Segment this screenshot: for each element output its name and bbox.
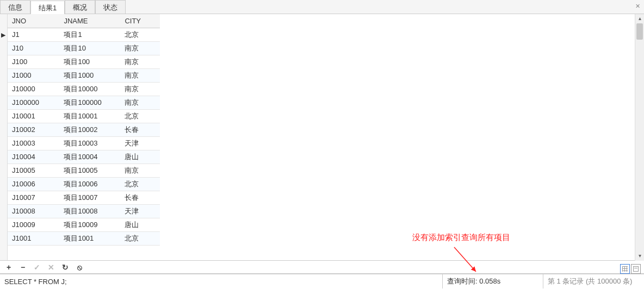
- tab-status[interactable]: 状态: [95, 0, 126, 14]
- tab-info[interactable]: 信息: [0, 0, 30, 14]
- cancel-button: ✕: [47, 263, 55, 272]
- cell-jno[interactable]: J1001: [8, 231, 59, 245]
- cell-jname[interactable]: 项目10008: [59, 204, 120, 218]
- scroll-down-icon[interactable]: ▾: [635, 252, 644, 261]
- cell-city[interactable]: 南京: [120, 55, 160, 68]
- table-row[interactable]: J100000项目100000南京: [8, 96, 160, 109]
- refresh-button[interactable]: ↻: [61, 263, 70, 272]
- cell-jname[interactable]: 项目10002: [59, 123, 120, 136]
- cell-city[interactable]: 南京: [120, 82, 160, 96]
- status-bar: SELECT * FROM J; 查询时间: 0.058s 第 1 条记录 (共…: [0, 274, 644, 288]
- cell-jname[interactable]: 项目10004: [59, 150, 120, 164]
- cell-city[interactable]: 南京: [120, 96, 160, 109]
- tab-bar: 信息 结果1 概况 状态: [0, 0, 644, 14]
- remove-row-button[interactable]: −: [18, 263, 27, 272]
- cell-jname[interactable]: 项目10: [59, 41, 120, 55]
- cell-jno[interactable]: J10008: [8, 204, 59, 218]
- view-mode-switch: [620, 264, 641, 274]
- cell-jno[interactable]: J10001: [8, 109, 59, 123]
- cell-city[interactable]: 长春: [120, 123, 160, 136]
- col-header-city[interactable]: CITY: [120, 14, 160, 28]
- cell-jno[interactable]: J10005: [8, 164, 59, 177]
- cell-jno[interactable]: J1000: [8, 68, 59, 82]
- table-row[interactable]: J10009项目10009唐山: [8, 218, 160, 231]
- current-row-pointer-icon: ▶: [1, 32, 5, 39]
- cell-jname[interactable]: 项目1: [59, 28, 120, 41]
- cell-city[interactable]: 长春: [120, 191, 160, 204]
- cell-jname[interactable]: 项目10000: [59, 82, 120, 96]
- col-header-jno[interactable]: JNO: [8, 14, 59, 28]
- status-query-time: 查询时间: 0.058s: [443, 274, 543, 288]
- commit-button: ✓: [33, 263, 41, 272]
- record-toolbar: + − ✓ ✕ ↻ ⦸: [0, 261, 644, 274]
- cell-jname[interactable]: 项目100000: [59, 96, 120, 109]
- grid-view-icon[interactable]: [620, 264, 630, 274]
- table-row[interactable]: J10005项目10005南京: [8, 164, 160, 177]
- cell-jname[interactable]: 项目10007: [59, 191, 120, 204]
- cell-jno[interactable]: J10007: [8, 191, 59, 204]
- table-row[interactable]: J10002项目10002长春: [8, 123, 160, 136]
- table-row[interactable]: J1000项目1000南京: [8, 68, 160, 82]
- status-record-info: 第 1 条记录 (共 100000 条): [543, 274, 644, 288]
- cell-city[interactable]: 南京: [120, 41, 160, 55]
- cell-jno[interactable]: J10009: [8, 218, 59, 231]
- cell-jno[interactable]: J10003: [8, 136, 59, 150]
- cell-jno[interactable]: J10002: [8, 123, 59, 136]
- cell-jno[interactable]: J10: [8, 41, 59, 55]
- cell-jname[interactable]: 项目100: [59, 55, 120, 68]
- row-gutter: ▶: [0, 14, 8, 260]
- table-row[interactable]: J10006项目10006北京: [8, 177, 160, 191]
- cell-jno[interactable]: J10000: [8, 82, 59, 96]
- vertical-scrollbar[interactable]: ▴ ▾: [635, 14, 644, 261]
- add-row-button[interactable]: +: [4, 263, 13, 272]
- table-row[interactable]: J1项目1北京: [8, 28, 160, 41]
- cell-city[interactable]: 天津: [120, 204, 160, 218]
- cell-city[interactable]: 北京: [120, 28, 160, 41]
- cell-city[interactable]: 唐山: [120, 218, 160, 231]
- cell-city[interactable]: 北京: [120, 109, 160, 123]
- table-row[interactable]: J10003项目10003天津: [8, 136, 160, 150]
- col-header-jname[interactable]: JNAME: [59, 14, 120, 28]
- cell-city[interactable]: 南京: [120, 68, 160, 82]
- close-icon[interactable]: ✕: [633, 2, 642, 11]
- cell-jname[interactable]: 项目10003: [59, 136, 120, 150]
- table-row[interactable]: J10000项目10000南京: [8, 82, 160, 96]
- result-grid[interactable]: JNO JNAME CITY J1项目1北京J10项目10南京J100项目100…: [8, 14, 644, 260]
- tab-overview[interactable]: 概况: [65, 0, 95, 14]
- cell-jname[interactable]: 项目10009: [59, 218, 120, 231]
- cell-jname[interactable]: 项目1001: [59, 231, 120, 245]
- table-row[interactable]: J10项目10南京: [8, 41, 160, 55]
- cell-jno[interactable]: J10004: [8, 150, 59, 164]
- cell-jname[interactable]: 项目10001: [59, 109, 120, 123]
- cell-jname[interactable]: 项目1000: [59, 68, 120, 82]
- result-grid-area: ▶ JNO JNAME CITY J1项目1北京J10项目10南京J100项目1…: [0, 14, 644, 261]
- cell-city[interactable]: 北京: [120, 177, 160, 191]
- cell-jno[interactable]: J100: [8, 55, 59, 68]
- table-row[interactable]: J10007项目10007长春: [8, 191, 160, 204]
- form-view-icon[interactable]: [631, 264, 641, 274]
- cell-jno[interactable]: J1: [8, 28, 59, 41]
- cell-jno[interactable]: J100000: [8, 96, 59, 109]
- status-sql: SELECT * FROM J;: [0, 274, 443, 288]
- cell-city[interactable]: 唐山: [120, 150, 160, 164]
- cell-city[interactable]: 北京: [120, 231, 160, 245]
- table-row[interactable]: J1001项目1001北京: [8, 231, 160, 245]
- table-row[interactable]: J10008项目10008天津: [8, 204, 160, 218]
- stop-button[interactable]: ⦸: [75, 263, 84, 272]
- table-row[interactable]: J100项目100南京: [8, 55, 160, 68]
- cell-jname[interactable]: 项目10005: [59, 164, 120, 177]
- tab-result1[interactable]: 结果1: [30, 1, 65, 14]
- scroll-up-icon[interactable]: ▴: [635, 14, 644, 23]
- cell-city[interactable]: 南京: [120, 164, 160, 177]
- cell-jno[interactable]: J10006: [8, 177, 59, 191]
- scroll-thumb[interactable]: [636, 23, 643, 40]
- cell-jname[interactable]: 项目10006: [59, 177, 120, 191]
- table-row[interactable]: J10001项目10001北京: [8, 109, 160, 123]
- cell-city[interactable]: 天津: [120, 136, 160, 150]
- table-row[interactable]: J10004项目10004唐山: [8, 150, 160, 164]
